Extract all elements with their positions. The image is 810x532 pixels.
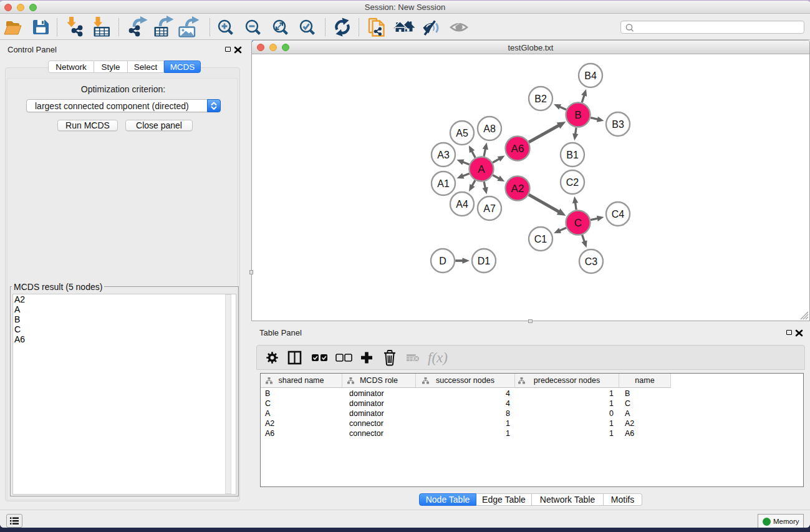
svg-text:A: A	[478, 163, 485, 175]
svg-text:D: D	[439, 256, 446, 266]
svg-text:C: C	[574, 217, 582, 229]
svg-text:B4: B4	[584, 70, 597, 81]
svg-text:A2: A2	[511, 183, 524, 195]
svg-text:A5: A5	[456, 128, 468, 138]
svg-text:A4: A4	[456, 199, 468, 210]
svg-text:C4: C4	[612, 209, 625, 220]
svg-text:A3: A3	[437, 150, 450, 160]
svg-text:B3: B3	[612, 119, 624, 130]
svg-text:B1: B1	[566, 150, 579, 160]
svg-text:A1: A1	[437, 178, 450, 189]
svg-text:B2: B2	[534, 94, 547, 104]
svg-text:A8: A8	[483, 123, 496, 134]
svg-text:A7: A7	[483, 203, 496, 214]
svg-text:C2: C2	[566, 177, 579, 188]
svg-text:C3: C3	[585, 256, 598, 267]
svg-text:C1: C1	[534, 234, 547, 244]
svg-text:A6: A6	[511, 143, 524, 155]
svg-text:B: B	[574, 109, 581, 121]
svg-text:D1: D1	[478, 256, 491, 266]
svg-text:f(x): f(x)	[428, 350, 448, 365]
